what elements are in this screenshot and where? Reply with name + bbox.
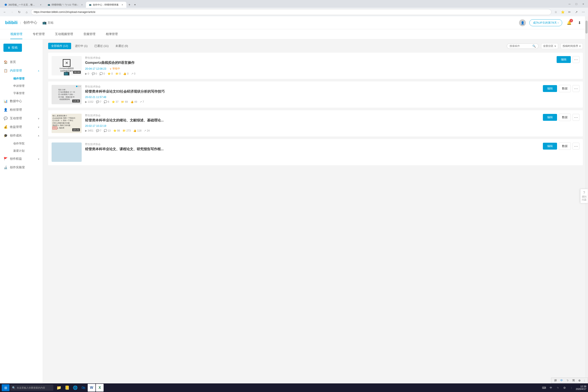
sidebar-sub-academy[interactable]: 创作学院 (10, 140, 43, 147)
tab-overflow-btn[interactable]: ▾ (132, 2, 138, 8)
ime-settings[interactable]: ⚙ (577, 379, 582, 382)
sidebar-sub-appeal[interactable]: 申诉管理 (10, 82, 43, 90)
more-btn-2[interactable]: ⋯ (572, 85, 580, 92)
sidebar-item-data[interactable]: 📊 数据中心 (0, 97, 43, 106)
taskbar-app-word[interactable]: W (88, 384, 96, 392)
tab-video-mgmt[interactable]: 视频管理 (5, 29, 28, 39)
filter-inprogress[interactable]: 进行中 (1) (72, 43, 91, 49)
sidebar-item-content[interactable]: 📋 内容管理 ∧ (0, 66, 43, 75)
thumb-content-4 (52, 142, 82, 162)
taskbar-app-file[interactable]: 📁 (55, 384, 63, 392)
edit-icon[interactable]: ✏ (566, 9, 572, 15)
tab-article-mgmt[interactable]: 专栏管理 (28, 29, 50, 39)
partition-dropdown[interactable]: 全部分区 ∨ (541, 43, 558, 49)
data-btn-2[interactable]: 数据 (559, 85, 571, 92)
maximize-btn[interactable]: □ (574, 2, 580, 6)
search-box[interactable]: 🔍 (507, 44, 538, 49)
star-icon[interactable]: ⭐ (560, 9, 566, 15)
avatar[interactable]: 👤 (519, 19, 526, 26)
browser-tab-3[interactable]: 📺 创作中心 - 哔哩哔哩弹幕 × (86, 2, 126, 8)
help-btn[interactable]: ? 遇到问题 (580, 189, 588, 203)
drafts-label: 稿件管理 (13, 77, 24, 80)
play-icon: ▶ (85, 72, 87, 75)
more-icon[interactable]: ⋯ (580, 9, 586, 15)
taskbar-app-onenote[interactable]: 📒 (63, 384, 71, 392)
ime-simplified[interactable]: 简 (571, 378, 576, 383)
data-btn-4[interactable]: 数据 (559, 142, 571, 150)
taskbar-app-store[interactable]: 🛍 (80, 384, 87, 392)
more-btn-4[interactable]: ⋯ (572, 143, 580, 150)
ime-chinese[interactable]: 中 (559, 378, 564, 383)
browser-tab-1[interactable]: 🔵 360导航_一个主页，整个世... × (2, 2, 45, 8)
close-btn[interactable]: × (580, 2, 586, 6)
filter-all[interactable]: 全部稿件 (12) (48, 43, 71, 49)
nav-home-link[interactable]: 📺 主站 (42, 21, 54, 25)
ime-emoji[interactable]: : (583, 379, 586, 382)
minimize-btn[interactable]: ─ (566, 2, 572, 6)
tray-bopomofo[interactable]: ㄅ (555, 385, 560, 390)
sidebar-item-interact[interactable]: 💬 互动管理 ∨ (0, 114, 43, 123)
forward-btn[interactable]: → (9, 9, 15, 15)
home-btn[interactable]: ⌂ (24, 9, 30, 15)
ime-pinyin[interactable]: 拼 (553, 378, 558, 383)
bookmark-icon[interactable]: ☆ (553, 9, 559, 15)
close-tab-2[interactable]: × (80, 3, 84, 6)
sort-dropdown[interactable]: 投稿时间排序 ∨ (561, 43, 583, 49)
back-btn[interactable]: ← (2, 9, 8, 15)
video-actions-4: 编辑 数据 ⋯ (543, 142, 580, 150)
tray-settings2[interactable]: ⚙ (562, 385, 567, 390)
taskbar-app-excel[interactable]: X (96, 384, 104, 392)
edit-btn-3[interactable]: 编辑 (543, 114, 557, 121)
browser-tab-2[interactable]: 📺 哔哩哔哩( °- °)つロ 千杯-- × (45, 2, 86, 8)
refresh-btn[interactable]: ↻ (16, 9, 22, 15)
sidebar-item-fans[interactable]: 👤 粉丝管理 (0, 106, 43, 114)
become-up-btn[interactable]: 成为UP主的第78天 › (529, 19, 562, 26)
sidebar-item-income[interactable]: 💰 收益管理 ∨ (0, 123, 43, 131)
sidebar-sub-newstar[interactable]: 新星计划 (10, 147, 43, 154)
scroll-thumb[interactable] (586, 21, 588, 34)
notification-icon[interactable]: 🔔 3 (566, 19, 572, 26)
edit-btn-4[interactable]: 编辑 (543, 143, 557, 150)
edit-btn-1[interactable]: 编辑 (556, 56, 571, 63)
filter-passed[interactable]: 已通过 (11) (91, 43, 112, 49)
sidebar-item-lab[interactable]: 🔬 创作实验室 (0, 163, 43, 172)
edit-btn-2[interactable]: 编辑 (543, 85, 557, 92)
share-icon[interactable]: ↗ (574, 9, 580, 15)
submit-btn[interactable]: ⬆ 投稿 (4, 44, 22, 52)
partition-arrow: ∨ (554, 44, 556, 48)
filter-failed[interactable]: 未通过 (0) (112, 43, 131, 49)
sidebar-sub-subtitle[interactable]: 字幕管理 (10, 90, 43, 97)
sidebar-item-rights[interactable]: 🚩 创作权益 ∨ (0, 154, 43, 163)
tab-interactive-mgmt[interactable]: 互动视频管理 (50, 29, 78, 39)
sidebar-item-home[interactable]: 🏠 首页 (0, 58, 43, 66)
tray-colon[interactable]: : (569, 385, 574, 390)
partition-label: 全部分区 (543, 44, 554, 48)
tab-album-mgmt[interactable]: 相簿管理 (100, 29, 123, 39)
close-tab-3[interactable]: × (121, 3, 124, 6)
browser-toolbar: ← → ↻ ⌂ https://member.bilibili.com/v2#/… (0, 8, 588, 16)
data-btn-3[interactable]: 数据 (559, 114, 571, 121)
sidebar-sub-drafts[interactable]: 稿件管理 (10, 75, 43, 82)
new-tab-btn[interactable]: + (126, 2, 132, 8)
header-nav[interactable]: 📺 主站 (42, 21, 54, 25)
taskbar-search[interactable]: 🔍 在这里输入你要搜索的内容 (10, 385, 53, 391)
close-tab-1[interactable]: × (39, 3, 42, 6)
video-card-4: 野生技术协会 经管类本科毕业论文、课程论文、研究报告写作框... 编辑 数据 ⋯ (48, 139, 583, 165)
more-btn-3[interactable]: ⋯ (572, 114, 580, 121)
ime-bopomofo[interactable]: ㄅ (565, 378, 570, 383)
taskbar: ⊞ 🔍 在这里输入你要搜索的内容 📁 📒 🌐 🛍 W X ⌨ 中 ㄅ ⚙ : 1… (0, 384, 588, 392)
tray-chinese[interactable]: 中 (548, 385, 554, 390)
sidebar-interact-label: 互动管理 (10, 116, 22, 120)
tray-keyboard[interactable]: ⌨ (541, 385, 546, 390)
more-btn-1[interactable]: ⋯ (572, 56, 580, 63)
address-bar[interactable]: https://member.bilibili.com/v2#/upload-m… (31, 9, 552, 15)
start-btn[interactable]: ⊞ (2, 384, 10, 391)
sidebar-item-growth[interactable]: 🎓 创作成长 ∧ (0, 131, 43, 140)
content-icon: 📋 (4, 68, 8, 73)
search-input[interactable] (510, 44, 531, 48)
download-icon[interactable]: ⬇ (576, 19, 583, 26)
tab-audio-mgmt[interactable]: 音频管理 (78, 29, 100, 39)
content-area: 全部稿件 (12) 进行中 (1) 已通过 (11) 未通过 (0) (43, 39, 588, 392)
taskbar-app-edge[interactable]: 🌐 (71, 384, 79, 392)
video-channel-1: 野生技术协会 (85, 56, 553, 60)
